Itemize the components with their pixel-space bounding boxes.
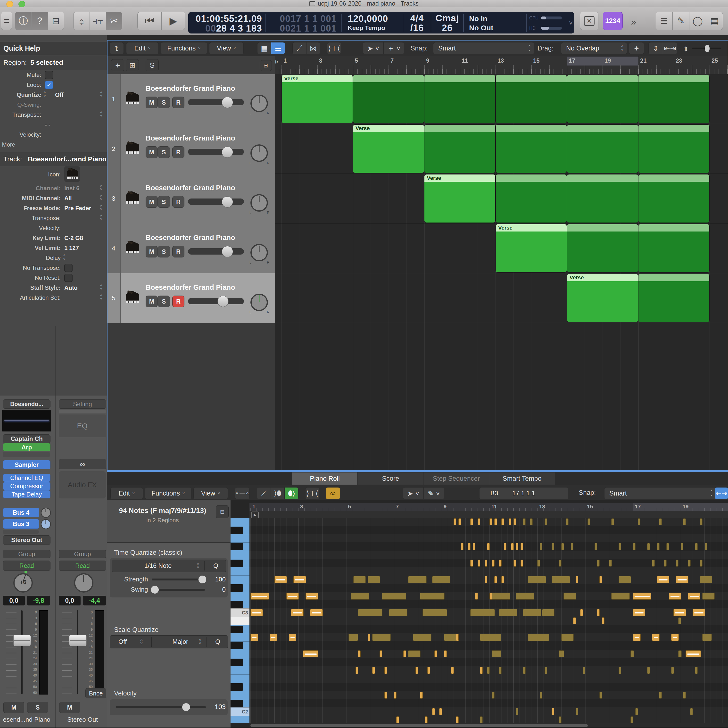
editor-catch-icon[interactable]: ⟩⊤⟨ <box>305 487 320 499</box>
white-key[interactable] <box>231 551 249 559</box>
midi-note[interactable] <box>571 543 574 550</box>
midi-region-loop[interactable] <box>496 75 567 123</box>
black-key[interactable] <box>231 683 249 691</box>
arrange-track-lanes[interactable]: VerseVerseVerseVerseVerse <box>275 74 728 470</box>
piano-roll-scrollbar[interactable] <box>249 723 728 728</box>
midi-note[interactable] <box>528 634 549 641</box>
midi-note[interactable] <box>602 617 604 624</box>
inspector-row-value[interactable]: C-2 G8 <box>64 235 83 242</box>
loop-browser-icon[interactable]: ◯ <box>689 12 706 30</box>
midi-note[interactable] <box>509 518 511 525</box>
white-key[interactable] <box>231 518 249 526</box>
midi-note[interactable] <box>384 667 387 674</box>
right-strip-group[interactable]: Group <box>59 550 106 558</box>
midi-note[interactable] <box>403 650 406 658</box>
lcd-locators[interactable]: 0017 1 1 001 0021 1 1 001 <box>266 12 341 34</box>
left-strip-slot1[interactable]: Captain Ch <box>3 434 50 443</box>
midi-note[interactable] <box>630 650 634 658</box>
arrange-ruler[interactable]: 135791113151719212325▹ <box>275 56 728 75</box>
midi-note[interactable] <box>382 593 407 600</box>
right-strip-stereo-icon[interactable]: ∞ <box>59 459 106 469</box>
midi-note[interactable] <box>659 691 662 699</box>
left-strip-group[interactable]: Group <box>3 550 50 558</box>
list-editors-icon[interactable]: ≣ <box>656 12 673 30</box>
midi-note[interactable] <box>384 691 387 699</box>
midi-note[interactable] <box>420 593 445 600</box>
midi-note[interactable] <box>396 716 399 723</box>
checkbox[interactable]: ✓ <box>45 81 53 89</box>
midi-note[interactable] <box>306 593 318 600</box>
record-enable-button[interactable]: R <box>172 96 184 108</box>
midi-note[interactable] <box>600 691 602 699</box>
record-enable-button[interactable]: R <box>172 246 184 257</box>
solo-button[interactable]: S <box>158 196 170 208</box>
tuner-button[interactable]: ✕ <box>580 12 598 30</box>
black-key[interactable] <box>231 526 249 534</box>
midi-note[interactable] <box>657 543 659 550</box>
tab-score[interactable]: Score <box>358 472 424 485</box>
midi-region-loop[interactable] <box>638 274 710 322</box>
right-strip-peak[interactable]: 0,0 <box>59 596 81 606</box>
midi-region-loop[interactable] <box>496 124 567 173</box>
left-strip-solo[interactable]: S <box>27 702 48 713</box>
mixer-sliders-icon[interactable]: ⫞⫟ <box>90 12 106 30</box>
row-stepper-icon[interactable]: ˄ ˅ <box>100 90 102 98</box>
midi-note[interactable] <box>681 543 684 550</box>
pan-knob[interactable] <box>251 194 268 212</box>
midi-region[interactable]: Verse <box>567 274 638 322</box>
editor-automation-icon[interactable]: ⟋ <box>257 487 271 499</box>
track-header-row[interactable]: 4Boesendorfer Grand PianoMSRLR <box>107 223 275 274</box>
editor-h-autozoom-icon[interactable]: ⇤⇥ <box>715 487 728 499</box>
inspector-row[interactable]: No Reset: <box>0 272 107 283</box>
midi-note[interactable] <box>671 634 679 641</box>
midi-note[interactable] <box>609 560 612 567</box>
midi-note[interactable] <box>408 650 421 658</box>
white-key[interactable] <box>231 616 249 625</box>
midi-note[interactable] <box>700 560 702 567</box>
mute-button[interactable]: M <box>145 96 158 108</box>
editor-edit-menu[interactable]: Edit˅ <box>110 487 143 499</box>
midi-note[interactable] <box>408 576 427 583</box>
midi-note[interactable] <box>540 543 542 550</box>
left-strip-level[interactable]: -9,8 <box>27 596 50 606</box>
midi-note[interactable] <box>487 667 490 674</box>
inspector-row[interactable]: Q-Swing: <box>0 99 107 109</box>
midi-note[interactable] <box>537 560 540 567</box>
snap-menu[interactable]: Smart˄˅ <box>433 42 534 54</box>
inspector-row[interactable]: Velocity: <box>0 223 107 233</box>
inspector-row[interactable]: Mute: <box>0 70 107 80</box>
time-quantize-menu[interactable]: 1/16 Note ˄˅ Q <box>112 560 226 572</box>
midi-note[interactable] <box>432 576 451 583</box>
midi-note[interactable] <box>573 617 576 624</box>
midi-note[interactable] <box>633 543 636 550</box>
midi-note[interactable] <box>422 609 447 616</box>
quick-help-icon[interactable]: ? <box>31 12 48 30</box>
midi-note[interactable] <box>652 560 655 567</box>
white-key[interactable] <box>231 567 249 576</box>
count-in-button[interactable]: 1234 <box>603 12 623 30</box>
inspector-row[interactable]: No Transpose: <box>0 263 107 272</box>
midi-note[interactable] <box>657 576 669 583</box>
midi-note[interactable] <box>456 634 459 641</box>
left-strip-empty-slot[interactable] <box>3 452 50 457</box>
midi-region-loop[interactable] <box>567 75 638 123</box>
midi-note[interactable] <box>647 667 650 674</box>
volume-slider[interactable] <box>188 99 244 105</box>
label-stepper-icon[interactable]: ˄ ˅ <box>63 254 65 261</box>
midi-note[interactable] <box>251 609 263 616</box>
midi-note[interactable] <box>583 667 585 674</box>
midi-note[interactable] <box>587 518 590 525</box>
midi-note[interactable] <box>619 576 631 583</box>
flex-icon[interactable]: ⋈ <box>306 42 320 54</box>
right-strip-gain-slot[interactable] <box>59 410 106 413</box>
catch-arrow-icon[interactable]: ↩ <box>110 42 124 54</box>
quick-help-header[interactable]: Quick Help <box>0 42 107 55</box>
inspector-row[interactable]: Articulation Set:˄ ˅ <box>0 292 107 302</box>
midi-note[interactable] <box>358 650 361 658</box>
bus3-send-knob[interactable] <box>41 519 51 529</box>
midi-note[interactable] <box>528 576 546 583</box>
midi-note[interactable] <box>439 708 442 715</box>
volume-slider-knob[interactable] <box>222 196 233 208</box>
inspector-row[interactable]: Staff Style:Auto˄ ˅ <box>0 283 107 292</box>
midi-region-loop[interactable] <box>567 124 638 173</box>
